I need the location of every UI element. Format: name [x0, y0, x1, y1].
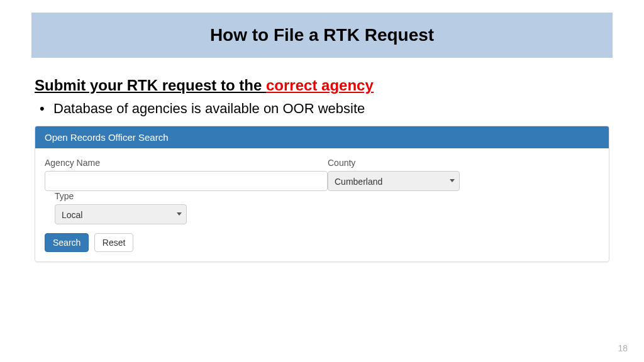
type-select[interactable]: Local [55, 204, 187, 224]
bullet-list: Database of agencies is available on OOR… [40, 101, 609, 117]
county-group: County Cumberland [328, 158, 460, 191]
panel-header: Open Records Officer Search [35, 126, 609, 148]
button-row: Search Reset [45, 233, 599, 252]
list-item: Database of agencies is available on OOR… [40, 101, 609, 117]
page-title: How to File a RTK Request [31, 25, 613, 45]
agency-name-group: Agency Name [45, 158, 328, 191]
chevron-down-icon [450, 179, 455, 182]
page-number: 18 [618, 343, 628, 353]
county-select[interactable]: Cumberland [328, 171, 460, 191]
type-group: Type Local [55, 191, 187, 224]
type-value: Local [55, 204, 187, 224]
county-value: Cumberland [328, 171, 460, 191]
agency-name-input[interactable] [45, 171, 328, 191]
search-button[interactable]: Search [45, 233, 89, 252]
content-area: Submit your RTK request to the correct a… [35, 77, 609, 117]
subheading: Submit your RTK request to the correct a… [35, 77, 609, 94]
type-label: Type [55, 191, 187, 201]
agency-name-label: Agency Name [45, 158, 328, 168]
subheading-highlight: correct agency [266, 77, 374, 94]
subheading-prefix: Submit your RTK request to the [35, 77, 266, 94]
county-label: County [328, 158, 460, 168]
panel-body: Agency Name County Cumberland Type Local… [35, 148, 609, 261]
reset-button[interactable]: Reset [94, 233, 134, 252]
chevron-down-icon [177, 212, 182, 216]
title-banner: How to File a RTK Request [31, 13, 613, 58]
search-panel: Open Records Officer Search Agency Name … [35, 126, 609, 262]
